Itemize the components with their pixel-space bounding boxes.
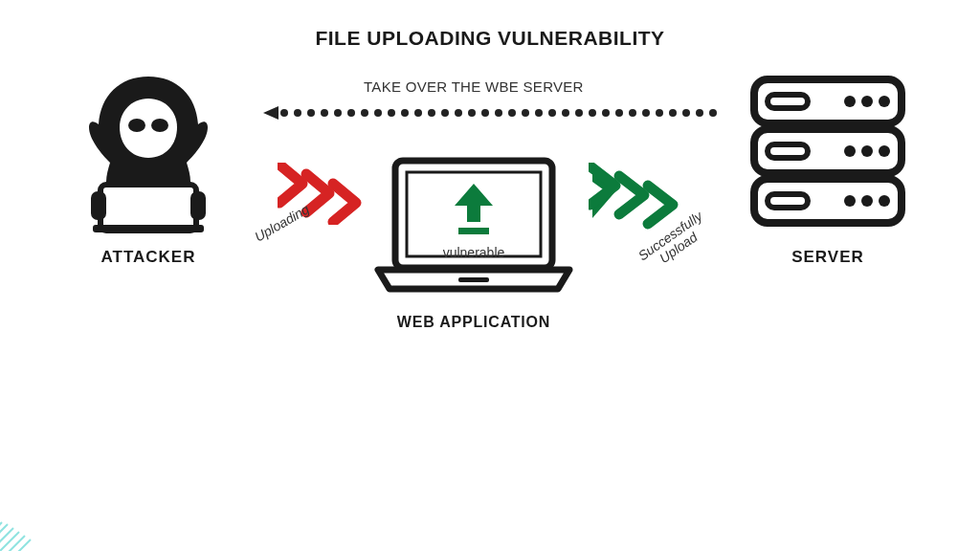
svg-rect-3 [93, 225, 204, 232]
svg-point-22 [844, 195, 856, 207]
svg-rect-11 [768, 95, 808, 108]
takeover-arrow [263, 103, 723, 121]
svg-rect-4 [91, 191, 106, 220]
svg-point-18 [861, 145, 873, 157]
svg-rect-21 [768, 194, 808, 208]
svg-point-12 [844, 96, 856, 107]
svg-point-23 [861, 195, 873, 207]
svg-rect-9 [458, 228, 489, 234]
webapp-status-label: vulnerable [359, 245, 589, 260]
server-rack-icon [746, 221, 909, 237]
svg-line-25 [0, 532, 19, 551]
svg-point-19 [879, 145, 890, 157]
webapp-node: vulnerable WEB APPLICATION [359, 153, 589, 331]
corner-decoration-icon [0, 455, 96, 551]
svg-point-24 [879, 195, 890, 207]
takeover-flow-label: TAKE OVER THE WBE SERVER [364, 78, 584, 95]
server-label: SERVER [737, 248, 919, 267]
webapp-label: WEB APPLICATION [359, 314, 589, 331]
arrow-left-icon [263, 106, 278, 120]
attacker-icon [72, 221, 225, 237]
svg-point-1 [151, 119, 168, 132]
svg-rect-2 [100, 185, 196, 231]
server-node: SERVER [737, 72, 919, 267]
attacker-node: ATTACKER [67, 72, 230, 267]
svg-point-0 [128, 119, 145, 132]
laptop-icon [368, 283, 579, 299]
svg-rect-5 [190, 191, 206, 220]
svg-rect-8 [458, 277, 489, 282]
svg-point-13 [861, 96, 873, 107]
diagram-title: FILE UPLOADING VULNERABILITY [315, 27, 664, 50]
svg-point-17 [844, 145, 856, 157]
attacker-label: ATTACKER [67, 248, 230, 267]
svg-rect-16 [768, 144, 808, 158]
svg-point-14 [879, 96, 890, 107]
